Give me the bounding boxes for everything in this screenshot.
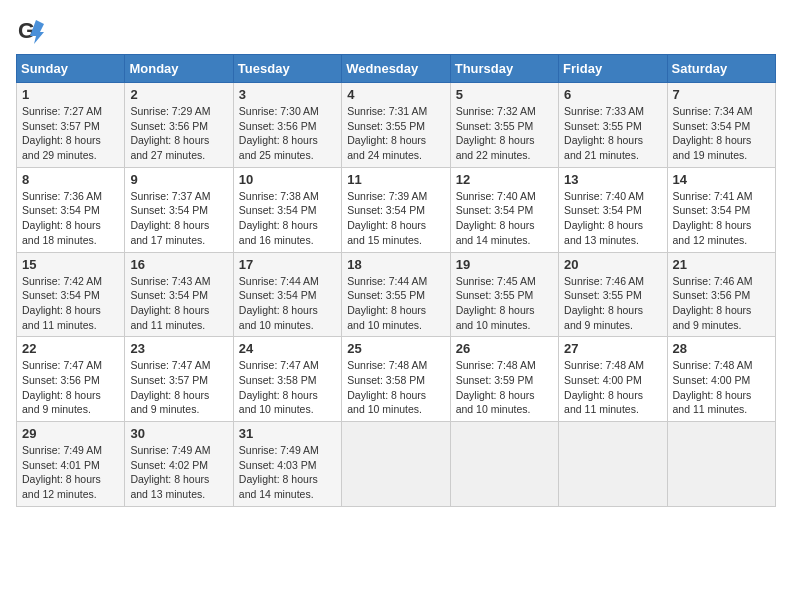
week-row-3: 15Sunrise: 7:42 AMSunset: 3:54 PMDayligh… xyxy=(17,252,776,337)
day-number: 28 xyxy=(673,341,770,356)
week-row-5: 29Sunrise: 7:49 AMSunset: 4:01 PMDayligh… xyxy=(17,422,776,507)
day-number: 25 xyxy=(347,341,444,356)
week-row-1: 1Sunrise: 7:27 AMSunset: 3:57 PMDaylight… xyxy=(17,83,776,168)
day-cell: 26Sunrise: 7:48 AMSunset: 3:59 PMDayligh… xyxy=(450,337,558,422)
day-detail: Sunrise: 7:45 AMSunset: 3:55 PMDaylight:… xyxy=(456,275,536,331)
weekday-header-tuesday: Tuesday xyxy=(233,55,341,83)
week-row-4: 22Sunrise: 7:47 AMSunset: 3:56 PMDayligh… xyxy=(17,337,776,422)
day-detail: Sunrise: 7:31 AMSunset: 3:55 PMDaylight:… xyxy=(347,105,427,161)
week-row-2: 8Sunrise: 7:36 AMSunset: 3:54 PMDaylight… xyxy=(17,167,776,252)
day-detail: Sunrise: 7:46 AMSunset: 3:56 PMDaylight:… xyxy=(673,275,753,331)
day-cell: 17Sunrise: 7:44 AMSunset: 3:54 PMDayligh… xyxy=(233,252,341,337)
day-number: 24 xyxy=(239,341,336,356)
day-cell: 25Sunrise: 7:48 AMSunset: 3:58 PMDayligh… xyxy=(342,337,450,422)
day-detail: Sunrise: 7:38 AMSunset: 3:54 PMDaylight:… xyxy=(239,190,319,246)
day-detail: Sunrise: 7:34 AMSunset: 3:54 PMDaylight:… xyxy=(673,105,753,161)
day-detail: Sunrise: 7:33 AMSunset: 3:55 PMDaylight:… xyxy=(564,105,644,161)
day-detail: Sunrise: 7:36 AMSunset: 3:54 PMDaylight:… xyxy=(22,190,102,246)
day-cell: 21Sunrise: 7:46 AMSunset: 3:56 PMDayligh… xyxy=(667,252,775,337)
day-cell: 12Sunrise: 7:40 AMSunset: 3:54 PMDayligh… xyxy=(450,167,558,252)
day-cell: 11Sunrise: 7:39 AMSunset: 3:54 PMDayligh… xyxy=(342,167,450,252)
day-number: 7 xyxy=(673,87,770,102)
day-detail: Sunrise: 7:42 AMSunset: 3:54 PMDaylight:… xyxy=(22,275,102,331)
weekday-header-row: SundayMondayTuesdayWednesdayThursdayFrid… xyxy=(17,55,776,83)
day-number: 23 xyxy=(130,341,227,356)
day-cell: 16Sunrise: 7:43 AMSunset: 3:54 PMDayligh… xyxy=(125,252,233,337)
day-cell: 14Sunrise: 7:41 AMSunset: 3:54 PMDayligh… xyxy=(667,167,775,252)
day-cell: 1Sunrise: 7:27 AMSunset: 3:57 PMDaylight… xyxy=(17,83,125,168)
day-cell: 7Sunrise: 7:34 AMSunset: 3:54 PMDaylight… xyxy=(667,83,775,168)
weekday-header-friday: Friday xyxy=(559,55,667,83)
day-cell: 20Sunrise: 7:46 AMSunset: 3:55 PMDayligh… xyxy=(559,252,667,337)
day-cell: 5Sunrise: 7:32 AMSunset: 3:55 PMDaylight… xyxy=(450,83,558,168)
logo-icon: G xyxy=(16,16,44,44)
calendar-table: SundayMondayTuesdayWednesdayThursdayFrid… xyxy=(16,54,776,507)
day-number: 26 xyxy=(456,341,553,356)
day-number: 15 xyxy=(22,257,119,272)
day-number: 14 xyxy=(673,172,770,187)
day-detail: Sunrise: 7:47 AMSunset: 3:57 PMDaylight:… xyxy=(130,359,210,415)
day-number: 13 xyxy=(564,172,661,187)
day-detail: Sunrise: 7:40 AMSunset: 3:54 PMDaylight:… xyxy=(456,190,536,246)
day-number: 2 xyxy=(130,87,227,102)
day-detail: Sunrise: 7:29 AMSunset: 3:56 PMDaylight:… xyxy=(130,105,210,161)
day-number: 5 xyxy=(456,87,553,102)
day-detail: Sunrise: 7:40 AMSunset: 3:54 PMDaylight:… xyxy=(564,190,644,246)
weekday-header-sunday: Sunday xyxy=(17,55,125,83)
day-cell: 3Sunrise: 7:30 AMSunset: 3:56 PMDaylight… xyxy=(233,83,341,168)
weekday-header-saturday: Saturday xyxy=(667,55,775,83)
day-number: 10 xyxy=(239,172,336,187)
day-cell: 9Sunrise: 7:37 AMSunset: 3:54 PMDaylight… xyxy=(125,167,233,252)
day-number: 20 xyxy=(564,257,661,272)
day-detail: Sunrise: 7:46 AMSunset: 3:55 PMDaylight:… xyxy=(564,275,644,331)
day-cell: 15Sunrise: 7:42 AMSunset: 3:54 PMDayligh… xyxy=(17,252,125,337)
day-number: 8 xyxy=(22,172,119,187)
day-cell: 30Sunrise: 7:49 AMSunset: 4:02 PMDayligh… xyxy=(125,422,233,507)
day-number: 19 xyxy=(456,257,553,272)
logo: G xyxy=(16,16,48,44)
day-cell: 19Sunrise: 7:45 AMSunset: 3:55 PMDayligh… xyxy=(450,252,558,337)
day-number: 6 xyxy=(564,87,661,102)
day-number: 17 xyxy=(239,257,336,272)
weekday-header-wednesday: Wednesday xyxy=(342,55,450,83)
day-detail: Sunrise: 7:30 AMSunset: 3:56 PMDaylight:… xyxy=(239,105,319,161)
day-number: 27 xyxy=(564,341,661,356)
weekday-header-monday: Monday xyxy=(125,55,233,83)
day-number: 4 xyxy=(347,87,444,102)
day-detail: Sunrise: 7:48 AMSunset: 4:00 PMDaylight:… xyxy=(673,359,753,415)
day-cell xyxy=(450,422,558,507)
day-detail: Sunrise: 7:48 AMSunset: 4:00 PMDaylight:… xyxy=(564,359,644,415)
day-number: 3 xyxy=(239,87,336,102)
day-number: 16 xyxy=(130,257,227,272)
day-cell: 4Sunrise: 7:31 AMSunset: 3:55 PMDaylight… xyxy=(342,83,450,168)
day-cell: 6Sunrise: 7:33 AMSunset: 3:55 PMDaylight… xyxy=(559,83,667,168)
day-cell xyxy=(667,422,775,507)
day-number: 29 xyxy=(22,426,119,441)
weekday-header-thursday: Thursday xyxy=(450,55,558,83)
day-number: 21 xyxy=(673,257,770,272)
day-detail: Sunrise: 7:49 AMSunset: 4:02 PMDaylight:… xyxy=(130,444,210,500)
day-detail: Sunrise: 7:27 AMSunset: 3:57 PMDaylight:… xyxy=(22,105,102,161)
day-cell: 29Sunrise: 7:49 AMSunset: 4:01 PMDayligh… xyxy=(17,422,125,507)
day-detail: Sunrise: 7:49 AMSunset: 4:01 PMDaylight:… xyxy=(22,444,102,500)
day-detail: Sunrise: 7:47 AMSunset: 3:58 PMDaylight:… xyxy=(239,359,319,415)
day-detail: Sunrise: 7:44 AMSunset: 3:55 PMDaylight:… xyxy=(347,275,427,331)
day-detail: Sunrise: 7:43 AMSunset: 3:54 PMDaylight:… xyxy=(130,275,210,331)
day-number: 18 xyxy=(347,257,444,272)
day-cell xyxy=(342,422,450,507)
day-number: 9 xyxy=(130,172,227,187)
day-number: 12 xyxy=(456,172,553,187)
day-cell: 10Sunrise: 7:38 AMSunset: 3:54 PMDayligh… xyxy=(233,167,341,252)
day-number: 11 xyxy=(347,172,444,187)
day-cell: 2Sunrise: 7:29 AMSunset: 3:56 PMDaylight… xyxy=(125,83,233,168)
day-detail: Sunrise: 7:44 AMSunset: 3:54 PMDaylight:… xyxy=(239,275,319,331)
day-cell: 28Sunrise: 7:48 AMSunset: 4:00 PMDayligh… xyxy=(667,337,775,422)
day-detail: Sunrise: 7:37 AMSunset: 3:54 PMDaylight:… xyxy=(130,190,210,246)
day-cell: 8Sunrise: 7:36 AMSunset: 3:54 PMDaylight… xyxy=(17,167,125,252)
calendar-body: 1Sunrise: 7:27 AMSunset: 3:57 PMDaylight… xyxy=(17,83,776,507)
day-detail: Sunrise: 7:41 AMSunset: 3:54 PMDaylight:… xyxy=(673,190,753,246)
day-cell: 18Sunrise: 7:44 AMSunset: 3:55 PMDayligh… xyxy=(342,252,450,337)
day-cell xyxy=(559,422,667,507)
day-detail: Sunrise: 7:32 AMSunset: 3:55 PMDaylight:… xyxy=(456,105,536,161)
day-number: 22 xyxy=(22,341,119,356)
